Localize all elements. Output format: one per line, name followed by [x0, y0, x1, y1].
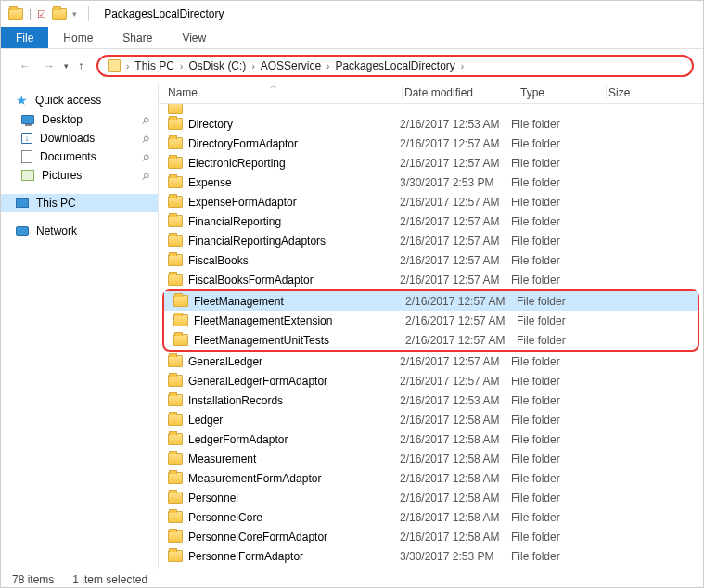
table-row[interactable]: GeneralLedgerFormAdaptor2/16/2017 12:57 …: [159, 371, 703, 390]
breadcrumb-segment[interactable]: PackagesLocalDirectory: [335, 59, 454, 72]
table-row[interactable]: PersonnelCoreFormAdaptor2/16/2017 12:58 …: [159, 527, 703, 546]
table-row[interactable]: GeneralLedger2/16/2017 12:57 AMFile fold…: [159, 352, 703, 371]
sidebar-item-quick-access[interactable]: ★ Quick access: [1, 90, 158, 110]
file-type: File folder: [511, 550, 595, 563]
table-row[interactable]: Directory2/16/2017 12:53 AMFile folder: [159, 114, 703, 134]
breadcrumb-segment[interactable]: AOSService: [261, 59, 321, 72]
pin-icon: ⚲: [139, 133, 151, 145]
folder-icon: [168, 414, 183, 426]
file-name: ExpenseFormAdaptor: [188, 196, 297, 209]
nav-back-icon[interactable]: ←: [16, 58, 34, 74]
sidebar-item-desktop[interactable]: Desktop ⚲: [1, 110, 158, 129]
chevron-right-icon[interactable]: ›: [248, 61, 258, 71]
table-row[interactable]: Measurement2/16/2017 12:58 AMFile folder: [159, 449, 703, 468]
breadcrumb[interactable]: › This PC › OsDisk (C:) › AOSService › P…: [96, 55, 694, 77]
folder-icon: [168, 492, 183, 504]
column-name[interactable]: Name ︿: [159, 86, 400, 99]
table-row[interactable]: ExpenseFormAdaptor2/16/2017 12:57 AMFile…: [159, 192, 703, 211]
file-date: 2/16/2017 12:57 AM: [405, 295, 517, 308]
tab-share[interactable]: Share: [108, 27, 167, 48]
table-row[interactable]: ElectronicReporting2/16/2017 12:57 AMFil…: [159, 153, 703, 173]
file-name: GeneralLedgerFormAdaptor: [188, 375, 327, 388]
file-name: DirectoryFormAdaptor: [188, 137, 298, 150]
column-label: Name: [168, 86, 198, 99]
table-row[interactable]: PersonnelFormAdaptor3/30/2017 2:53 PMFil…: [159, 546, 703, 566]
file-type: File folder: [511, 414, 595, 427]
folder-icon: [168, 137, 183, 149]
tab-home[interactable]: Home: [48, 27, 108, 48]
file-date: 2/16/2017 12:58 AM: [400, 472, 511, 485]
chevron-right-icon[interactable]: ›: [323, 61, 333, 71]
column-resize[interactable]: [402, 86, 403, 99]
file-type: File folder: [511, 375, 595, 388]
file-name: MeasurementFormAdaptor: [188, 472, 321, 485]
pin-icon: ⚲: [139, 170, 151, 182]
folder-up-icon[interactable]: [108, 59, 121, 72]
qat-checkbox-icon[interactable]: ☑: [37, 8, 46, 20]
sidebar-item-documents[interactable]: Documents ⚲: [1, 147, 158, 166]
file-date: 2/16/2017 12:57 AM: [400, 274, 511, 287]
column-headers: Name ︿ Date modified Type Size: [159, 83, 703, 104]
tab-file[interactable]: File: [1, 27, 48, 48]
sidebar-item-network[interactable]: Network: [1, 222, 158, 240]
table-row[interactable]: Ledger2/16/2017 12:58 AMFile folder: [159, 410, 703, 429]
table-row[interactable]: FinancialReporting2/16/2017 12:57 AMFile…: [159, 211, 703, 231]
table-row[interactable]: FleetManagement2/16/2017 12:57 AMFile fo…: [164, 291, 698, 311]
file-date: 2/16/2017 12:57 AM: [400, 215, 511, 228]
file-name: Expense: [188, 176, 232, 189]
app-icon: [8, 8, 23, 20]
folder-icon: [168, 394, 183, 406]
qat-folder-icon[interactable]: [52, 8, 67, 20]
folder-icon: [168, 118, 183, 130]
column-type[interactable]: Type: [520, 86, 604, 99]
file-date: 2/16/2017 12:57 AM: [400, 254, 511, 267]
breadcrumb-segment[interactable]: OsDisk (C:): [188, 59, 246, 72]
file-type: File folder: [511, 235, 595, 248]
file-name: FiscalBooks: [188, 254, 249, 267]
tab-view[interactable]: View: [167, 27, 221, 48]
sidebar-item-label: Documents: [40, 150, 96, 163]
table-row[interactable]: FinancialReportingAdaptors2/16/2017 12:5…: [159, 231, 703, 250]
nav-forward-icon[interactable]: →: [40, 58, 58, 74]
table-row[interactable]: Personnel2/16/2017 12:58 AMFile folder: [159, 488, 703, 507]
file-date: 2/16/2017 12:58 AM: [400, 511, 511, 524]
file-date: 2/16/2017 12:57 AM: [400, 137, 511, 150]
table-row[interactable]: DirectoryFormAdaptor2/16/2017 12:57 AMFi…: [159, 134, 703, 153]
table-row[interactable]: Expense3/30/2017 2:53 PMFile folder: [159, 173, 703, 192]
qat-dropdown-icon[interactable]: ▾: [72, 9, 77, 19]
nav-history-icon[interactable]: ▾: [64, 61, 69, 70]
chevron-right-icon[interactable]: ›: [122, 61, 133, 71]
file-date: 2/16/2017 12:57 AM: [400, 235, 511, 248]
breadcrumb-segment[interactable]: This PC: [134, 59, 174, 72]
file-date: 2/16/2017 12:58 AM: [400, 453, 511, 466]
chevron-right-icon[interactable]: ›: [176, 61, 186, 71]
sort-asc-icon: ︿: [270, 81, 277, 91]
pc-icon: [16, 198, 29, 208]
sidebar-item-label: Downloads: [40, 132, 95, 145]
table-row[interactable]: MeasurementFormAdaptor2/16/2017 12:58 AM…: [159, 468, 703, 488]
column-date[interactable]: Date modified: [404, 86, 516, 99]
table-row[interactable]: InstallationRecords2/16/2017 12:53 AMFil…: [159, 390, 703, 410]
table-row[interactable]: FleetManagementUnitTests2/16/2017 12:57 …: [164, 330, 698, 350]
file-name: Directory: [188, 118, 233, 131]
sidebar-item-pictures[interactable]: Pictures ⚲: [1, 166, 158, 185]
file-type: File folder: [511, 511, 595, 524]
file-type: File folder: [517, 295, 600, 308]
table-row[interactable]: FiscalBooks2/16/2017 12:57 AMFile folder: [159, 250, 703, 270]
file-name: Ledger: [188, 414, 223, 427]
sidebar-item-downloads[interactable]: ↓ Downloads ⚲: [1, 129, 158, 147]
table-row[interactable]: LedgerFormAdaptor2/16/2017 12:58 AMFile …: [159, 429, 703, 449]
table-row[interactable]: FleetManagementExtension2/16/2017 12:57 …: [164, 311, 698, 330]
column-resize[interactable]: [518, 86, 518, 99]
column-resize[interactable]: [606, 86, 607, 99]
column-size[interactable]: Size: [608, 86, 664, 99]
folder-icon: [173, 334, 188, 346]
folder-icon: [168, 274, 183, 286]
file-type: File folder: [511, 530, 595, 543]
sidebar-item-this-pc[interactable]: This PC: [1, 194, 158, 212]
table-row[interactable]: FiscalBooksFormAdaptor2/16/2017 12:57 AM…: [159, 270, 703, 289]
chevron-right-icon[interactable]: ›: [457, 61, 467, 71]
nav-up-icon[interactable]: ↑: [74, 58, 87, 74]
table-row[interactable]: [159, 104, 703, 114]
table-row[interactable]: PersonnelCore2/16/2017 12:58 AMFile fold…: [159, 507, 703, 527]
